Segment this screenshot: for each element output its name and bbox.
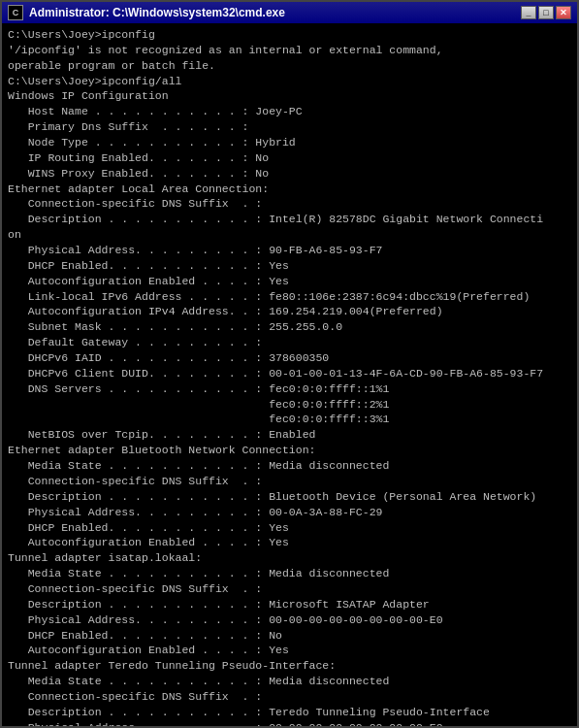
window-title: Administrator: C:\Windows\system32\cmd.e…	[29, 6, 285, 19]
cmd-line: DHCP Enabled. . . . . . . . . . . : No	[8, 628, 571, 644]
cmd-line: DHCPv6 IAID . . . . . . . . . . . : 3786…	[8, 350, 571, 366]
cmd-line: Connection-specific DNS Suffix . :	[8, 689, 571, 705]
cmd-line: Autoconfiguration IPv4 Address. . : 169.…	[8, 304, 571, 319]
cmd-line: Autoconfiguration Enabled . . . . : Yes	[8, 643, 571, 658]
title-bar: C Administrator: C:\Windows\system32\cmd…	[2, 2, 577, 23]
cmd-body[interactable]: C:\Users\Joey>ipconfig'/ipconfig' is not…	[2, 23, 577, 726]
cmd-line: Physical Address. . . . . . . . . : 00-0…	[8, 612, 571, 628]
cmd-line: C:\Users\Joey>ipconfig	[8, 27, 571, 43]
cmd-line: Tunnel adapter Teredo Tunneling Pseudo-I…	[8, 658, 571, 674]
cmd-line: on	[8, 227, 571, 243]
cmd-line: Description . . . . . . . . . . . : Blue…	[8, 489, 571, 505]
cmd-line: NetBIOS over Tcpip. . . . . . . . : Enab…	[8, 427, 571, 443]
cmd-line: Physical Address. . . . . . . . . : 00-0…	[8, 720, 571, 726]
cmd-line: Connection-specific DNS Suffix . :	[8, 581, 571, 597]
cmd-line: Connection-specific DNS Suffix . :	[8, 474, 571, 489]
cmd-line: DHCP Enabled. . . . . . . . . . . : Yes	[8, 520, 571, 536]
cmd-line: Physical Address. . . . . . . . . : 00-0…	[8, 505, 571, 520]
cmd-line: Media State . . . . . . . . . . . : Medi…	[8, 566, 571, 581]
cmd-line: Description . . . . . . . . . . . : Inte…	[8, 212, 571, 227]
cmd-line: IP Routing Enabled. . . . . . . : No	[8, 150, 571, 166]
cmd-line: Windows IP Configuration	[8, 88, 571, 104]
title-bar-left: C Administrator: C:\Windows\system32\cmd…	[8, 5, 285, 20]
cmd-line: fec0:0:0:ffff::3%1	[8, 412, 571, 427]
cmd-line: Primary Dns Suffix . . . . . . :	[8, 119, 571, 135]
cmd-line: Node Type . . . . . . . . . . . : Hybrid	[8, 135, 571, 150]
cmd-line: Ethernet adapter Local Area Connection:	[8, 182, 571, 197]
cmd-icon: C	[8, 5, 23, 20]
cmd-line: Description . . . . . . . . . . . : Tere…	[8, 705, 571, 720]
cmd-line: C:\Users\Joey>ipconfig/all	[8, 74, 571, 89]
title-buttons: _ □ ✕	[521, 6, 571, 19]
cmd-line: Autoconfiguration Enabled . . . . : Yes	[8, 535, 571, 550]
cmd-line: fec0:0:0:ffff::2%1	[8, 397, 571, 413]
cmd-line: Physical Address. . . . . . . . . : 90-F…	[8, 243, 571, 258]
cmd-line: Link-local IPv6 Address . . . . . : fe80…	[8, 289, 571, 305]
cmd-line: DHCPv6 Client DUID. . . . . . . . : 00-0…	[8, 366, 571, 381]
cmd-line: Autoconfiguration Enabled . . . . : Yes	[8, 274, 571, 289]
cmd-line: Media State . . . . . . . . . . . : Medi…	[8, 458, 571, 474]
maximize-button[interactable]: □	[538, 6, 554, 19]
cmd-line: Subnet Mask . . . . . . . . . . . : 255.…	[8, 319, 571, 335]
cmd-line: Description . . . . . . . . . . . : Micr…	[8, 597, 571, 612]
cmd-line: DHCP Enabled. . . . . . . . . . . : Yes	[8, 258, 571, 274]
minimize-button[interactable]: _	[521, 6, 536, 19]
close-button[interactable]: ✕	[556, 6, 571, 19]
cmd-line: DNS Servers . . . . . . . . . . . : fec0…	[8, 381, 571, 397]
cmd-line: Tunnel adapter isatap.lokaal:	[8, 550, 571, 566]
cmd-line: Default Gateway . . . . . . . . . :	[8, 335, 571, 350]
cmd-line: Ethernet adapter Bluetooth Network Conne…	[8, 443, 571, 458]
cmd-line: operable program or batch file.	[8, 58, 571, 74]
cmd-line: '/ipconfig' is not recognized as an inte…	[8, 43, 571, 58]
cmd-line: Connection-specific DNS Suffix . :	[8, 196, 571, 212]
cmd-line: Media State . . . . . . . . . . . : Medi…	[8, 674, 571, 689]
cmd-window: C Administrator: C:\Windows\system32\cmd…	[0, 0, 579, 728]
cmd-line: WINS Proxy Enabled. . . . . . . : No	[8, 166, 571, 182]
cmd-line: Host Name . . . . . . . . . . . : Joey-P…	[8, 104, 571, 119]
